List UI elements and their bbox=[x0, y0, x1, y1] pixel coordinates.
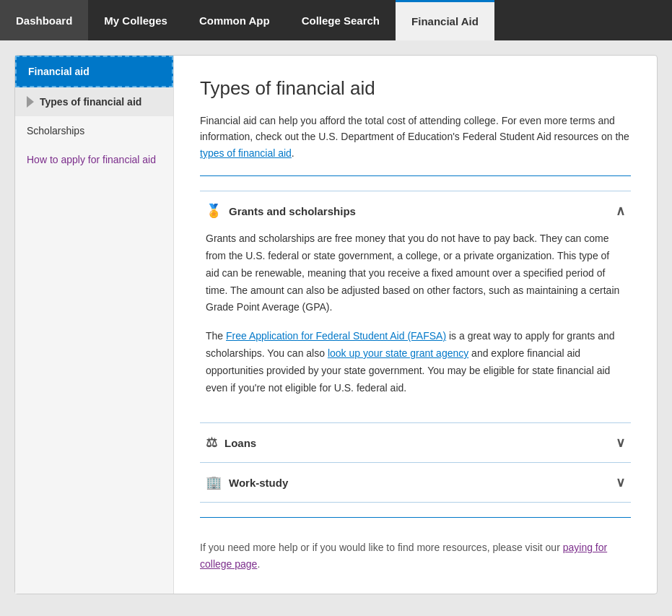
accordion-grants: 🏅 Grants and scholarships Grants and sch… bbox=[200, 191, 631, 423]
grants-icon: 🏅 bbox=[206, 203, 222, 219]
navigation-bar: Dashboard My Colleges Common App College… bbox=[0, 0, 672, 40]
chevron-up-icon bbox=[616, 203, 625, 219]
main-content: Types of financial aid Financial aid can… bbox=[174, 56, 657, 594]
grants-title: Grants and scholarships bbox=[229, 205, 356, 217]
state-grant-link[interactable]: look up your state grant agency bbox=[328, 347, 468, 359]
fafsa-link[interactable]: Free Application for Federal Student Aid… bbox=[226, 330, 446, 342]
intro-paragraph: Financial aid can help you afford the to… bbox=[200, 113, 631, 161]
workstudy-icon: 🏢 bbox=[206, 474, 222, 490]
loans-title: Loans bbox=[224, 437, 256, 449]
nav-college-search[interactable]: College Search bbox=[286, 0, 396, 40]
nav-dashboard[interactable]: Dashboard bbox=[0, 0, 88, 40]
content-card: Financial aid Types of financial aid Sch… bbox=[14, 55, 658, 594]
bottom-divider bbox=[200, 517, 631, 518]
accordion-workstudy-header[interactable]: 🏢 Work-study bbox=[200, 463, 631, 502]
accordion-grants-header[interactable]: 🏅 Grants and scholarships bbox=[200, 191, 631, 230]
nav-financial-aid[interactable]: Financial Aid bbox=[396, 0, 494, 40]
workstudy-title: Work-study bbox=[229, 477, 288, 489]
footer-note: If you need more help or if you would li… bbox=[200, 539, 631, 572]
grants-para-2: The Free Application for Federal Student… bbox=[206, 328, 625, 396]
sidebar-item-how-to-apply[interactable]: How to apply for financial aid bbox=[15, 145, 173, 174]
page-title: Types of financial aid bbox=[200, 77, 631, 100]
loans-icon: ⚖ bbox=[206, 435, 217, 451]
chevron-down-icon-workstudy bbox=[616, 474, 625, 490]
sidebar: Financial aid Types of financial aid Sch… bbox=[15, 56, 174, 594]
chevron-down-icon-loans bbox=[616, 435, 625, 451]
sidebar-header: Financial aid bbox=[15, 56, 173, 87]
sidebar-item-scholarships[interactable]: Scholarships bbox=[15, 116, 173, 145]
types-link[interactable]: types of financial aid bbox=[200, 147, 292, 159]
accordion-grants-body: Grants and scholarships are free money t… bbox=[200, 230, 631, 422]
top-divider bbox=[200, 175, 631, 176]
accordion-workstudy: 🏢 Work-study bbox=[200, 463, 631, 503]
accordion-loans: ⚖ Loans bbox=[200, 423, 631, 463]
grants-para-1: Grants and scholarships are free money t… bbox=[206, 230, 625, 316]
nav-my-colleges[interactable]: My Colleges bbox=[88, 0, 183, 40]
accordion-loans-header[interactable]: ⚖ Loans bbox=[200, 423, 631, 462]
nav-common-app[interactable]: Common App bbox=[183, 0, 286, 40]
page-wrapper: Financial aid Types of financial aid Sch… bbox=[0, 40, 672, 609]
sidebar-item-types[interactable]: Types of financial aid bbox=[15, 87, 173, 116]
